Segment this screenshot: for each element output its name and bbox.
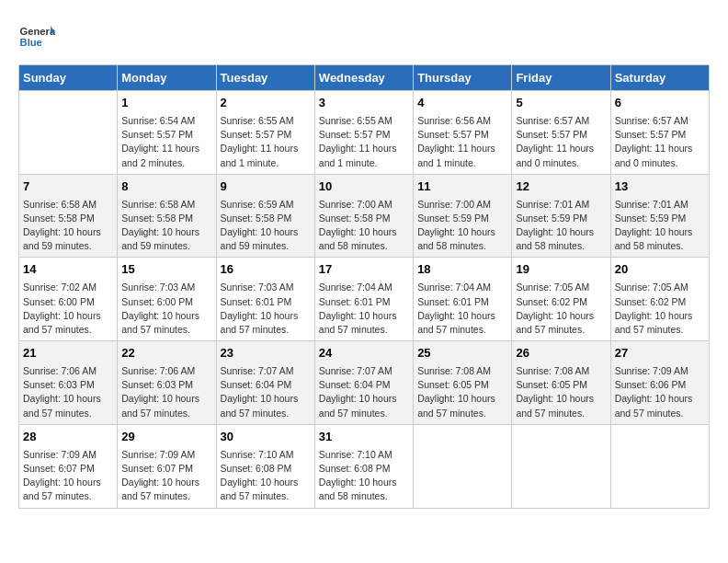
day-info-line: Sunrise: 7:04 AM — [319, 281, 409, 294]
day-info-line: and 57 minutes. — [615, 407, 705, 420]
day-info-line: Daylight: 10 hours — [221, 225, 311, 239]
day-info-line: Sunrise: 7:09 AM — [615, 364, 705, 378]
day-info-line: Sunset: 6:01 PM — [319, 295, 409, 309]
day-info-line: Sunrise: 7:01 AM — [516, 198, 606, 212]
day-info-line: Daylight: 10 hours — [417, 309, 507, 323]
day-info-line: Daylight: 10 hours — [221, 476, 311, 489]
day-info-line: Sunrise: 7:05 AM — [615, 281, 705, 294]
day-info-line: and 57 minutes. — [121, 323, 211, 337]
day-info-line: Daylight: 11 hours — [121, 142, 211, 155]
day-info-line: Sunset: 6:08 PM — [319, 462, 409, 476]
day-info-line: and 0 minutes. — [615, 156, 705, 170]
day-info-line: Sunrise: 7:03 AM — [121, 281, 211, 294]
day-info-line: Sunset: 6:07 PM — [121, 462, 211, 476]
day-number: 6 — [615, 95, 705, 112]
day-number: 7 — [23, 178, 113, 196]
day-info-line: Sunrise: 7:07 AM — [221, 364, 311, 378]
day-number: 5 — [516, 95, 606, 112]
calendar-cell: 17Sunrise: 7:04 AMSunset: 6:01 PMDayligh… — [314, 258, 413, 341]
day-number: 13 — [615, 178, 705, 196]
day-info-line: Sunrise: 7:10 AM — [319, 448, 409, 462]
day-number: 15 — [121, 261, 211, 279]
week-row-5: 28Sunrise: 7:09 AMSunset: 6:07 PMDayligh… — [19, 424, 710, 508]
day-info-line: Daylight: 10 hours — [121, 392, 211, 406]
day-number: 29 — [121, 429, 211, 446]
day-info-line: and 58 minutes. — [615, 239, 705, 253]
day-info-line: and 0 minutes. — [516, 156, 606, 170]
day-number: 12 — [516, 178, 606, 196]
day-header-tuesday: Tuesday — [216, 65, 314, 91]
day-info-line: and 1 minute. — [319, 156, 409, 170]
calendar-cell: 9Sunrise: 6:59 AMSunset: 5:58 PMDaylight… — [216, 174, 314, 258]
calendar-cell: 31Sunrise: 7:10 AMSunset: 6:08 PMDayligh… — [314, 424, 413, 508]
day-info-line: Sunset: 5:59 PM — [615, 212, 705, 225]
calendar-cell: 8Sunrise: 6:58 AMSunset: 5:58 PMDaylight… — [118, 174, 216, 258]
svg-text:Blue: Blue — [20, 37, 42, 48]
day-info-line: Sunset: 6:08 PM — [221, 462, 311, 476]
day-info-line: Sunrise: 6:56 AM — [417, 114, 507, 128]
calendar-cell: 2Sunrise: 6:55 AMSunset: 5:57 PMDaylight… — [216, 91, 314, 175]
day-info-line: Daylight: 10 hours — [221, 392, 311, 406]
day-header-wednesday: Wednesday — [314, 65, 413, 91]
day-info-line: Sunrise: 7:09 AM — [23, 448, 113, 462]
calendar-cell: 14Sunrise: 7:02 AMSunset: 6:00 PMDayligh… — [19, 258, 118, 341]
calendar-cell: 11Sunrise: 7:00 AMSunset: 5:59 PMDayligh… — [414, 174, 512, 258]
week-row-2: 7Sunrise: 6:58 AMSunset: 5:58 PMDaylight… — [19, 174, 710, 258]
day-info-line: and 57 minutes. — [23, 489, 113, 503]
day-info-line: Sunrise: 7:06 AM — [23, 364, 113, 378]
day-number: 11 — [417, 178, 507, 196]
page-header: General Blue — [18, 18, 710, 55]
day-number: 24 — [319, 345, 409, 362]
day-number: 25 — [417, 345, 507, 362]
calendar-cell: 7Sunrise: 6:58 AMSunset: 5:58 PMDaylight… — [19, 174, 118, 258]
day-info-line: and 57 minutes. — [221, 323, 311, 337]
day-info-line: Sunrise: 7:01 AM — [615, 198, 705, 212]
calendar-cell: 5Sunrise: 6:57 AMSunset: 5:57 PMDaylight… — [512, 91, 610, 175]
calendar-cell: 16Sunrise: 7:03 AMSunset: 6:01 PMDayligh… — [216, 258, 314, 341]
day-info-line: Sunset: 5:57 PM — [615, 128, 705, 142]
day-info-line: and 57 minutes. — [417, 407, 507, 420]
day-info-line: Sunrise: 6:57 AM — [615, 114, 705, 128]
calendar-cell: 18Sunrise: 7:04 AMSunset: 6:01 PMDayligh… — [414, 258, 512, 341]
day-number: 20 — [615, 261, 705, 279]
day-header-sunday: Sunday — [19, 65, 118, 91]
day-info-line: Sunrise: 7:05 AM — [516, 281, 606, 294]
day-info-line: and 57 minutes. — [221, 407, 311, 420]
day-info-line: Sunset: 5:59 PM — [516, 212, 606, 225]
day-info-line: Sunset: 6:03 PM — [121, 378, 211, 392]
day-info-line: Sunset: 6:01 PM — [417, 295, 507, 309]
day-info-line: Sunset: 6:04 PM — [221, 378, 311, 392]
day-info-line: Sunset: 6:02 PM — [615, 295, 705, 309]
day-info-line: Sunrise: 7:08 AM — [417, 364, 507, 378]
calendar-cell: 25Sunrise: 7:08 AMSunset: 6:05 PMDayligh… — [414, 341, 512, 425]
day-info-line: and 57 minutes. — [23, 407, 113, 420]
day-info-line: and 57 minutes. — [417, 323, 507, 337]
day-info-line: Sunset: 5:58 PM — [319, 212, 409, 225]
day-info-line: Sunrise: 7:00 AM — [417, 198, 507, 212]
calendar-cell — [512, 424, 610, 508]
calendar-cell: 10Sunrise: 7:00 AMSunset: 5:58 PMDayligh… — [314, 174, 413, 258]
calendar-cell: 13Sunrise: 7:01 AMSunset: 5:59 PMDayligh… — [610, 174, 709, 258]
day-info-line: Daylight: 10 hours — [319, 225, 409, 239]
calendar-cell: 30Sunrise: 7:10 AMSunset: 6:08 PMDayligh… — [216, 424, 314, 508]
day-info-line: Sunrise: 6:58 AM — [23, 198, 113, 212]
calendar-cell: 21Sunrise: 7:06 AMSunset: 6:03 PMDayligh… — [19, 341, 118, 425]
calendar-cell: 22Sunrise: 7:06 AMSunset: 6:03 PMDayligh… — [118, 341, 216, 425]
day-info-line: Daylight: 10 hours — [221, 309, 311, 323]
day-info-line: Sunrise: 6:58 AM — [121, 198, 211, 212]
day-info-line: Sunrise: 7:00 AM — [319, 198, 409, 212]
day-number: 2 — [221, 95, 311, 112]
day-number: 4 — [417, 95, 507, 112]
day-info-line: Sunset: 5:58 PM — [221, 212, 311, 225]
day-info-line: Sunrise: 7:06 AM — [121, 364, 211, 378]
day-info-line: Sunset: 5:57 PM — [121, 128, 211, 142]
day-info-line: Daylight: 10 hours — [319, 476, 409, 489]
day-info-line: Daylight: 10 hours — [615, 309, 705, 323]
week-row-3: 14Sunrise: 7:02 AMSunset: 6:00 PMDayligh… — [19, 258, 710, 341]
day-info-line: Daylight: 10 hours — [23, 392, 113, 406]
day-number: 22 — [121, 345, 211, 362]
day-number: 19 — [516, 261, 606, 279]
day-info-line: and 1 minute. — [417, 156, 507, 170]
logo: General Blue — [18, 18, 59, 55]
day-info-line: Sunset: 5:57 PM — [417, 128, 507, 142]
